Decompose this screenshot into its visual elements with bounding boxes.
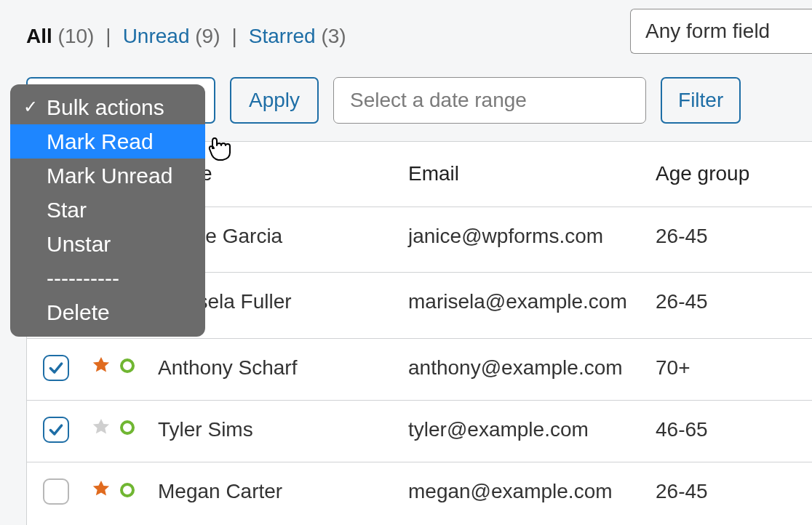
row-checkbox[interactable] xyxy=(43,355,69,381)
cell-age: 26-45 xyxy=(645,273,812,338)
cell-age: 46-65 xyxy=(645,400,812,462)
cell-email: marisela@example.com xyxy=(398,273,645,338)
bulk-actions-dropdown: ✓ Bulk actions Mark Read Mark Unread Sta… xyxy=(10,84,205,337)
tab-starred-count: (3) xyxy=(321,25,346,47)
row-checkbox[interactable] xyxy=(43,478,69,505)
dropdown-item-label: Unstar xyxy=(47,232,111,256)
check-icon: ✓ xyxy=(23,95,38,118)
cell-name[interactable]: Anthony Scharf xyxy=(154,338,398,400)
tab-all-count: (10) xyxy=(58,25,95,47)
cell-age: 26-45 xyxy=(645,207,812,272)
dropdown-item-label: Bulk actions xyxy=(47,95,164,119)
row-checkbox[interactable] xyxy=(43,417,69,443)
tab-unread[interactable]: Unread (9) xyxy=(123,23,220,49)
apply-button-label: Apply xyxy=(249,87,300,113)
status-circle-icon[interactable] xyxy=(119,479,136,505)
dropdown-item-label: ---------- xyxy=(47,266,119,290)
dropdown-item-bulk-actions[interactable]: ✓ Bulk actions xyxy=(10,90,205,124)
tab-starred-label: Starred xyxy=(249,25,316,47)
tab-unread-label: Unread xyxy=(123,25,190,47)
cell-email: megan@example.com xyxy=(398,462,645,525)
cell-email: janice@wpforms.com xyxy=(398,207,645,272)
status-circle-icon[interactable] xyxy=(119,355,136,381)
table-header-email[interactable]: Email xyxy=(398,142,645,207)
svg-point-2 xyxy=(122,360,133,372)
dropdown-item-label: Mark Unread xyxy=(47,164,172,188)
table-row: Megan Cartermegan@example.com26-45 xyxy=(27,462,812,525)
table-row: Anthony Scharfanthony@example.com70+ xyxy=(27,338,812,400)
form-field-select[interactable]: Any form field xyxy=(630,9,812,54)
date-range-input[interactable]: Select a date range xyxy=(333,77,646,124)
star-icon[interactable] xyxy=(91,417,111,444)
svg-point-4 xyxy=(122,484,133,496)
svg-point-3 xyxy=(122,422,133,433)
tab-starred[interactable]: Starred (3) xyxy=(249,23,346,49)
status-circle-icon[interactable] xyxy=(119,417,136,443)
dropdown-item-label: Star xyxy=(47,198,87,222)
cell-name[interactable]: Megan Carter xyxy=(154,462,398,525)
dropdown-item-label: Delete xyxy=(47,300,110,324)
cell-email: anthony@example.com xyxy=(398,338,645,400)
filter-button-label: Filter xyxy=(678,87,723,113)
dropdown-item-mark-unread[interactable]: Mark Unread xyxy=(10,159,205,193)
cell-age: 26-45 xyxy=(645,462,812,525)
form-field-select-label: Any form field xyxy=(645,18,770,44)
apply-button[interactable]: Apply xyxy=(230,77,319,124)
dropdown-item-label: Mark Read xyxy=(47,129,154,153)
star-icon[interactable] xyxy=(91,355,111,382)
bulk-action-bar: Bulk actions Apply Select a date range F… xyxy=(26,77,812,124)
tab-unread-count: (9) xyxy=(195,25,220,47)
tab-separator: | xyxy=(228,23,242,49)
table-row: Tyler Simstyler@example.com46-65 xyxy=(27,400,812,462)
dropdown-item-unstar[interactable]: Unstar xyxy=(10,227,205,261)
dropdown-item-divider: ---------- xyxy=(10,261,205,295)
cell-name[interactable]: Tyler Sims xyxy=(154,400,398,462)
dropdown-item-mark-read[interactable]: Mark Read xyxy=(10,124,205,159)
dropdown-item-delete[interactable]: Delete xyxy=(10,295,205,329)
tab-all-label: All xyxy=(26,25,52,47)
filter-button[interactable]: Filter xyxy=(661,77,741,124)
table-header-age[interactable]: Age group xyxy=(645,142,812,207)
tab-separator: | xyxy=(101,23,115,49)
cell-age: 70+ xyxy=(645,338,812,400)
dropdown-item-star[interactable]: Star xyxy=(10,193,205,227)
tab-all[interactable]: All (10) xyxy=(26,23,94,49)
date-range-placeholder: Select a date range xyxy=(350,87,527,113)
cell-email: tyler@example.com xyxy=(398,400,645,462)
star-icon[interactable] xyxy=(91,478,111,505)
